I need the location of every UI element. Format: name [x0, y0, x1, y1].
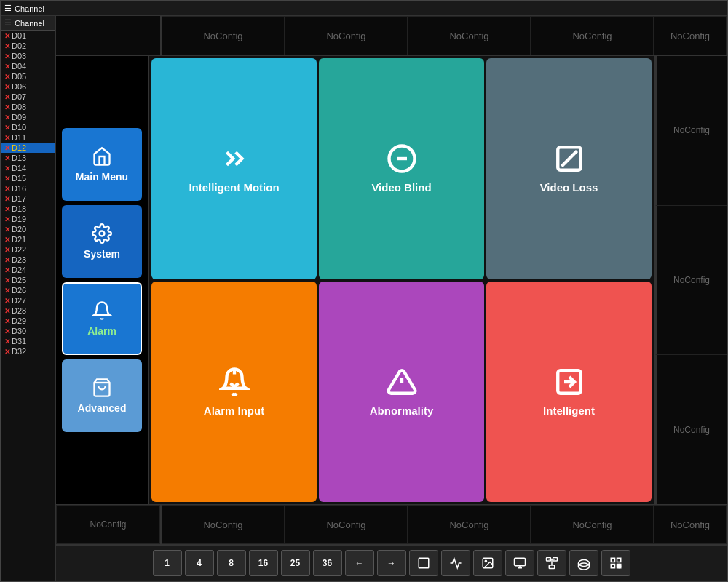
channel-item-d18[interactable]: ✕D18 [1, 204, 55, 214]
channel-item-d02[interactable]: ✕D02 [1, 41, 55, 51]
bottom-toolbar: 1 4 8 16 25 36 ← → [56, 544, 727, 581]
btn-fullscreen[interactable] [409, 550, 438, 576]
minus-circle-icon [387, 143, 417, 174]
system-icon [92, 223, 112, 244]
intelligent-tile[interactable]: Intelligent [486, 282, 652, 503]
channel-item-d26[interactable]: ✕D26 [1, 285, 55, 295]
home-icon [92, 146, 112, 167]
channel-item-d11[interactable]: ✕D11 [1, 132, 55, 143]
video-loss-label: Video Loss [540, 181, 598, 194]
svg-rect-29 [611, 565, 614, 568]
alarm-input-tile[interactable]: Alarm Input [151, 282, 317, 503]
channel-item-d32[interactable]: ✕D32 [1, 346, 55, 356]
noconfig-top-1: NoConfig [162, 16, 285, 55]
btn-36[interactable]: 36 [313, 550, 342, 576]
channel-item-d03[interactable]: ✕D03 [1, 51, 55, 61]
main-menu-button[interactable]: Main Menu [62, 128, 142, 201]
advanced-icon [92, 378, 112, 398]
left-nav: Main Menu System [56, 56, 149, 504]
intelligent-motion-label: Intelligent Motion [189, 181, 279, 194]
btn-1[interactable]: 1 [153, 550, 182, 576]
channel-item-d15[interactable]: ✕D15 [1, 173, 55, 183]
channel-item-d07[interactable]: ✕D07 [1, 92, 55, 102]
channel-item-d22[interactable]: ✕D22 [1, 244, 55, 255]
arrow-right-box-icon [554, 367, 585, 397]
btn-monitor[interactable] [505, 550, 534, 576]
intelligent-label: Intelligent [543, 404, 595, 417]
btn-4[interactable]: 4 [185, 550, 214, 576]
noconfig-bottom-left: NoConfig [56, 505, 160, 544]
app-title: Channel [15, 4, 44, 13]
alarm-button[interactable]: Alarm [62, 282, 142, 355]
noconfig-top-3: NoConfig [408, 16, 531, 55]
btn-image[interactable] [473, 550, 502, 576]
btn-8[interactable]: 8 [217, 550, 246, 576]
channel-item-d23[interactable]: ✕D23 [1, 255, 55, 265]
sidebar-title: Channel [15, 19, 44, 28]
system-button[interactable]: System [62, 205, 142, 278]
noconfig-right-2: NoConfig [655, 206, 727, 356]
channel-item-d27[interactable]: ✕D27 [1, 295, 55, 306]
channel-item-d09[interactable]: ✕D09 [1, 112, 55, 122]
video-loss-tile[interactable]: Video Loss [486, 58, 652, 279]
btn-network[interactable] [537, 550, 566, 576]
svg-rect-31 [619, 565, 620, 566]
btn-25[interactable]: 25 [281, 550, 310, 576]
channel-item-d13[interactable]: ✕D13 [1, 153, 55, 163]
main-menu-label: Main Menu [76, 171, 128, 183]
channel-item-d29[interactable]: ✕D29 [1, 316, 55, 326]
svg-rect-28 [617, 558, 620, 562]
video-blind-tile[interactable]: Video Blind [319, 58, 484, 279]
svg-rect-11 [419, 558, 429, 568]
advanced-button[interactable]: Advanced [62, 359, 142, 432]
channel-item-d06[interactable]: ✕D06 [1, 81, 55, 92]
channel-item-d10[interactable]: ✕D10 [1, 122, 55, 132]
channel-item-d30[interactable]: ✕D30 [1, 326, 55, 336]
noconfig-top-4: NoConfig [531, 16, 654, 55]
sidebar: ☰ Channel ✕D01✕D02✕D03✕D04✕D05✕D06✕D07✕D… [1, 16, 56, 581]
noconfig-top-2: NoConfig [285, 16, 408, 55]
channel-item-d24[interactable]: ✕D24 [1, 265, 55, 275]
svg-rect-19 [549, 565, 555, 569]
channel-item-d19[interactable]: ✕D19 [1, 214, 55, 224]
btn-qr[interactable] [601, 550, 630, 576]
noconfig-bottom-2: NoConfig [285, 505, 408, 544]
noconfig-top-5: NoConfig [654, 16, 727, 55]
channel-item-d31[interactable]: ✕D31 [1, 336, 55, 346]
noconfig-right-3: NoConfig [655, 355, 727, 504]
channel-item-d01[interactable]: ✕D01 [1, 31, 55, 41]
video-blind-label: Video Blind [371, 181, 431, 194]
channel-list: ✕D01✕D02✕D03✕D04✕D05✕D06✕D07✕D08✕D09✕D10… [1, 31, 55, 356]
noconfig-bottom-5: NoConfig [654, 505, 727, 544]
channel-item-d14[interactable]: ✕D14 [1, 163, 55, 173]
btn-prev[interactable]: ← [345, 550, 374, 576]
channel-item-d12[interactable]: ✕D12 [1, 143, 55, 153]
btn-next[interactable]: → [377, 550, 406, 576]
noconfig-bottom-4: NoConfig [531, 505, 654, 544]
abnormality-tile[interactable]: Abnormality [319, 282, 484, 503]
system-label: System [84, 248, 120, 260]
advanced-label: Advanced [78, 402, 127, 414]
app-menu-icon: ☰ [4, 4, 12, 13]
bell-down-icon [219, 367, 250, 397]
channel-item-d08[interactable]: ✕D08 [1, 102, 55, 112]
channel-item-d25[interactable]: ✕D25 [1, 275, 55, 285]
channel-item-d05[interactable]: ✕D05 [1, 71, 55, 81]
btn-hdd[interactable] [569, 550, 598, 576]
tiles-area: Intelligent Motion Video Blind [149, 56, 654, 504]
alarm-input-label: Alarm Input [204, 404, 264, 417]
svg-rect-27 [611, 558, 614, 562]
chevrons-right-icon [219, 143, 250, 174]
slash-box-icon [554, 143, 585, 174]
channel-item-d21[interactable]: ✕D21 [1, 234, 55, 244]
channel-item-d28[interactable]: ✕D28 [1, 306, 55, 316]
channel-item-d17[interactable]: ✕D17 [1, 194, 55, 204]
intelligent-motion-tile[interactable]: Intelligent Motion [151, 58, 317, 279]
svg-point-13 [485, 560, 486, 562]
channel-item-d20[interactable]: ✕D20 [1, 224, 55, 234]
channel-item-d16[interactable]: ✕D16 [1, 183, 55, 194]
noconfig-bottom-3: NoConfig [408, 505, 531, 544]
btn-settings[interactable] [441, 550, 470, 576]
btn-16[interactable]: 16 [249, 550, 278, 576]
channel-item-d04[interactable]: ✕D04 [1, 61, 55, 71]
